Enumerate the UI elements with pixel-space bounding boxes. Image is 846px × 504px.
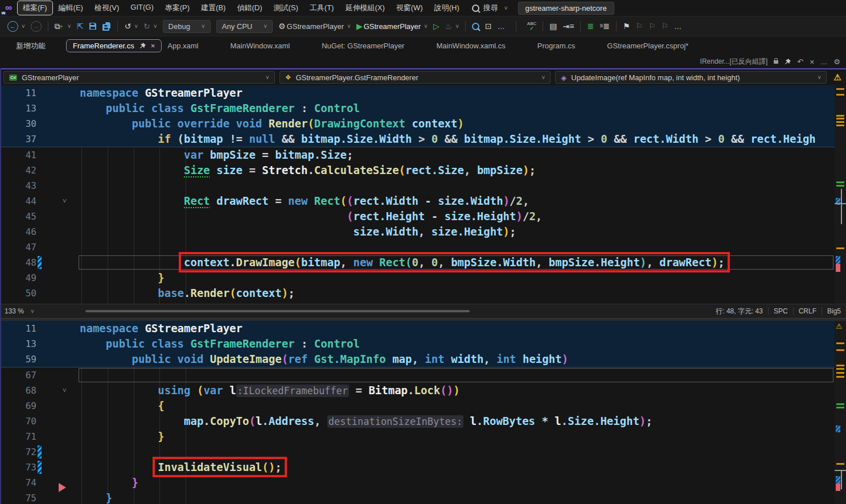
fold-chevron-icon[interactable]: ˅: [63, 383, 67, 398]
code-text[interactable]: (rect.Height - size.Height)/2,: [80, 209, 835, 224]
code-text[interactable]: namespace GStreamerPlayer: [80, 85, 835, 101]
menu-item-10[interactable]: 視窗(W): [391, 1, 429, 15]
code-text[interactable]: {: [80, 398, 835, 414]
new-file-button[interactable]: ⧉＋˅: [52, 22, 74, 31]
scrollbar-margin[interactable]: [835, 85, 846, 304]
toggle-bookmark-button[interactable]: ⚑: [620, 22, 633, 31]
code-text[interactable]: public class GstFrameRenderer : Control: [80, 336, 835, 352]
code-text[interactable]: InvalidateVisual();: [80, 460, 835, 475]
sticky-scroll-block[interactable]: 11namespace GStreamerPlayer13 public cla…: [0, 321, 835, 367]
solution-explorer-sync-button[interactable]: ⊡: [482, 22, 495, 31]
previous-bookmark-button[interactable]: ⚐: [633, 22, 646, 31]
project-dropdown[interactable]: C# GStreamerPlayer ˅: [3, 71, 275, 84]
warning-icon[interactable]: ⚠: [833, 72, 841, 82]
find-in-files-button[interactable]: [469, 23, 482, 30]
save-button[interactable]: [86, 22, 100, 30]
code-text[interactable]: map.CopyTo(l.Address, destinationSizeInB…: [80, 414, 835, 429]
close-icon[interactable]: ×: [810, 57, 814, 67]
increase-indent-button[interactable]: ⁹≣: [597, 22, 613, 31]
menu-item-6[interactable]: 偵錯(D): [231, 1, 268, 15]
save-all-button[interactable]: [100, 22, 114, 31]
configuration-dropdown[interactable]: Debug˅: [163, 20, 211, 33]
zoom-level-dropdown[interactable]: 133 % ˅: [0, 307, 39, 315]
tab-gstreamerplayer-csproj-[interactable]: GStreamerPlayer.csproj*: [607, 39, 688, 53]
navigate-forward-button[interactable]: →: [28, 21, 44, 32]
code-text[interactable]: Size size = Stretch.CalculateSize(rect.S…: [80, 163, 835, 178]
fold-chevron-icon[interactable]: ˅: [63, 193, 67, 209]
more-options-icon[interactable]: …: [820, 58, 827, 66]
clear-bookmarks-button[interactable]: ⚐: [659, 22, 672, 31]
member-dropdown[interactable]: ◈ UpdateImage(ref MapInfo map, int width…: [555, 71, 827, 84]
preview-document-label[interactable]: IRender...[已反向組譯]: [700, 57, 768, 67]
code-text[interactable]: if (bitmap != null && bitmap.Size.Width …: [80, 131, 835, 147]
code-text[interactable]: namespace GStreamerPlayer: [80, 321, 835, 336]
menu-item-7[interactable]: 測試(S): [268, 1, 303, 15]
code-text[interactable]: [80, 178, 835, 193]
search-control[interactable]: 搜尋 ˅: [472, 3, 508, 13]
code-text[interactable]: public class GstFrameRenderer : Control: [80, 101, 835, 116]
new-features-label[interactable]: 新增功能: [16, 41, 46, 51]
menu-item-11[interactable]: 說明(H): [429, 1, 465, 15]
toolbar-overflow-button[interactable]: …: [495, 22, 508, 31]
code-text[interactable]: size.Width, size.Height);: [80, 224, 835, 239]
bookmark-overflow-button[interactable]: …: [671, 22, 684, 31]
menu-item-1[interactable]: 編輯(E): [53, 1, 89, 15]
restore-icon[interactable]: ↶: [797, 57, 803, 66]
code-text[interactable]: }: [80, 475, 835, 490]
pin-icon[interactable]: [139, 43, 146, 49]
interactive-window-button[interactable]: ⇥≡: [560, 22, 577, 31]
code-text[interactable]: var bmpSize = bitmap.Size;: [80, 147, 835, 163]
undo-button[interactable]: ↺˅: [121, 22, 141, 31]
code-text[interactable]: }: [80, 429, 835, 444]
tab-framerenderer-cs[interactable]: FrameRenderer.cs×: [66, 39, 162, 52]
code-text[interactable]: [80, 444, 835, 460]
code-text[interactable]: [80, 239, 835, 255]
code-text[interactable]: [80, 367, 835, 383]
start-without-debug-button[interactable]: ▷: [430, 22, 442, 31]
toggle-comment-button[interactable]: ▤: [547, 22, 560, 31]
tab-app-xaml[interactable]: App.xaml: [167, 39, 198, 53]
code-text[interactable]: using (var l:ILockedFramebuffer = Bitmap…: [80, 383, 835, 398]
code-editor-top[interactable]: 11namespace GStreamerPlayer13 public cla…: [0, 85, 846, 304]
tab-mainwindow-xaml-cs[interactable]: MainWindow.xaml.cs: [436, 39, 505, 53]
encoding-label[interactable]: Big5: [822, 307, 846, 315]
startup-project-dropdown[interactable]: ⚙GStreamerPlayer˅: [276, 22, 354, 31]
scrollbar-margin[interactable]: ⚠: [835, 321, 846, 504]
code-text[interactable]: }: [80, 270, 835, 286]
code-text[interactable]: context.DrawImage(bitmap, new Rect(0, 0,…: [80, 255, 835, 270]
solution-name-box[interactable]: gstreamer-sharp-netcore: [518, 2, 614, 15]
tab-program-cs[interactable]: Program.cs: [537, 39, 575, 53]
code-text[interactable]: public void UpdateImage(ref Gst.MapInfo …: [80, 352, 835, 367]
navigate-back-button[interactable]: ←˅: [5, 21, 28, 32]
menu-item-9[interactable]: 延伸模組(X): [339, 1, 390, 15]
next-bookmark-button[interactable]: ⚐: [646, 22, 659, 31]
indent-mode-label[interactable]: SPC: [769, 307, 793, 315]
code-text[interactable]: }: [80, 490, 835, 504]
menu-item-5[interactable]: 建置(B): [195, 1, 231, 15]
hot-reload-button[interactable]: ♨˅: [442, 22, 462, 31]
tab-mainwindow-xaml[interactable]: MainWindow.xaml: [230, 39, 290, 53]
decrease-indent-button[interactable]: ≣: [584, 22, 597, 31]
line-ending-label[interactable]: CRLF: [794, 307, 822, 315]
pin-icon[interactable]: [785, 59, 791, 65]
code-text[interactable]: base.Render(context);: [80, 286, 835, 301]
start-debug-button[interactable]: ▶GStreamerPlayer˅: [354, 22, 430, 31]
redo-button[interactable]: ↻˅: [141, 22, 160, 31]
spell-check-button[interactable]: ABC✓: [524, 22, 539, 31]
sticky-scroll-block[interactable]: 11namespace GStreamerPlayer13 public cla…: [0, 85, 835, 147]
menu-item-0[interactable]: 檔案(F): [17, 1, 53, 15]
code-text[interactable]: Rect drawRect = new Rect((rect.Width - s…: [80, 193, 835, 209]
menu-item-3[interactable]: GIT(G): [125, 1, 159, 15]
horizontal-scrollbar-thumb[interactable]: [85, 310, 470, 312]
type-dropdown[interactable]: ❖ GStreamerPlayer.GstFrameRenderer ˅: [280, 71, 551, 84]
tab-nuget-gstreamerplayer[interactable]: NuGet: GStreamerPlayer: [322, 39, 404, 53]
open-file-button[interactable]: ⇱: [74, 22, 87, 31]
code-text[interactable]: public override void Render(DrawingConte…: [80, 116, 835, 131]
close-icon[interactable]: ×: [151, 42, 155, 50]
settings-gear-icon[interactable]: ⚙: [833, 57, 840, 66]
menu-item-4[interactable]: 專案(P): [159, 1, 195, 15]
menu-item-8[interactable]: 工具(T): [304, 1, 340, 15]
platform-dropdown[interactable]: Any CPU˅: [216, 20, 273, 33]
code-editor-bottom[interactable]: 11namespace GStreamerPlayer13 public cla…: [0, 321, 846, 504]
menu-item-2[interactable]: 檢視(V): [89, 1, 125, 15]
